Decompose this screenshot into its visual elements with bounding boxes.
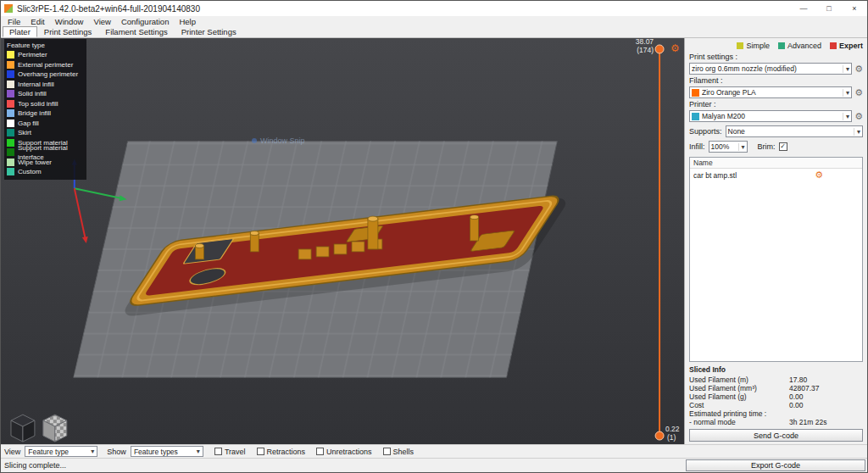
printer-gear-icon[interactable]: ⚙ — [854, 112, 863, 121]
tab-printer-settings[interactable]: Printer Settings — [175, 26, 243, 37]
app-window: Slic3rPE-1.42.0-beta2+win64-full-2019041… — [0, 0, 868, 473]
retractions-checkbox[interactable] — [257, 448, 264, 455]
sliced-info-title: Sliced Info — [689, 365, 863, 376]
view-cube-plain[interactable] — [11, 415, 35, 442]
printer-select[interactable]: Malyan M200 ▾ — [689, 110, 852, 122]
gap-fill-color-chip — [7, 120, 14, 127]
layer-slider-handle-top[interactable] — [655, 45, 664, 53]
unretractions-checkbox-group: Unretractions — [316, 448, 372, 456]
show-select[interactable]: Feature types ▾ — [131, 446, 203, 457]
window-title: Slic3rPE-1.42.0-beta2+win64-full-2019041… — [17, 4, 200, 14]
tab-print-settings[interactable]: Print Settings — [37, 26, 99, 37]
shells-checkbox[interactable] — [383, 448, 391, 455]
sliced-info-row: Used Filament (m)17.80 — [689, 376, 863, 384]
internal-infill-color-chip — [7, 81, 14, 88]
unretractions-checkbox[interactable] — [316, 448, 324, 455]
slider-gear-icon[interactable]: ⚙ — [670, 42, 680, 54]
app-logo-icon — [4, 4, 13, 13]
layer-height-bottom: 0.22 — [665, 425, 680, 433]
retractions-checkbox-group: Retractions — [257, 448, 306, 456]
estimated-time-label: Estimated printing time : — [689, 409, 863, 418]
brim-label: Brim: — [758, 142, 776, 151]
print-settings-gear-icon[interactable]: ⚙ — [854, 64, 863, 74]
title-bar: Slic3rPE-1.42.0-beta2+win64-full-2019041… — [1, 1, 867, 16]
legend-title: Feature type — [7, 41, 84, 50]
object-list-header: Name — [690, 158, 862, 169]
print-settings-select[interactable]: ziro org 0.6mm nozzle (modified) ▾ — [689, 63, 852, 75]
legend-item: Top solid infill — [7, 99, 84, 109]
menu-file[interactable]: File — [3, 17, 25, 26]
simple-mode-icon — [737, 42, 743, 49]
infill-select[interactable]: 100% ▾ — [709, 141, 748, 153]
menu-configuration[interactable]: Configuration — [116, 17, 175, 26]
legend-item: Support material interface — [7, 147, 84, 158]
supports-select[interactable]: None ▾ — [726, 125, 863, 137]
feature-type-legend: Feature type Perimeter External perimete… — [4, 39, 86, 180]
status-bar: Slicing complete... Export G-code — [1, 458, 867, 472]
brim-checkbox[interactable]: ✓ — [779, 142, 787, 151]
legend-item: Custom — [7, 167, 84, 177]
menu-window[interactable]: Window — [50, 17, 89, 26]
print-settings-label: Print settings : — [689, 53, 863, 62]
legend-item: Gap fill — [7, 119, 84, 129]
object-name: car bt amp.stl — [693, 171, 737, 180]
legend-item: Skirt — [7, 128, 84, 138]
layer-index-top: (174) — [637, 46, 654, 54]
external-perimeter-color-chip — [7, 61, 14, 69]
expert-mode-icon — [830, 42, 837, 49]
layer-height-top: 38.07 — [636, 38, 654, 46]
maximize-button[interactable]: □ — [816, 1, 842, 16]
legend-item: Solid infill — [7, 89, 84, 99]
tab-plater[interactable]: Plater — [3, 26, 37, 37]
infill-label: Infill: — [689, 142, 705, 151]
legend-item: Overhang perimeter — [7, 70, 84, 80]
settings-sidebar: Simple Advanced Expert Print settings : … — [684, 38, 867, 444]
travel-checkbox[interactable] — [214, 448, 222, 455]
sliced-info-panel: Sliced Info Used Filament (m)17.80 Used … — [689, 365, 863, 426]
chevron-down-icon: ▾ — [843, 113, 849, 120]
estimated-time-row: - normal mode3h 21m 22s — [689, 418, 863, 426]
mode-selector: Simple Advanced Expert — [689, 40, 863, 52]
sliced-info-row: Used Filament (mm³)42807.37 — [689, 384, 863, 392]
legend-item: Bridge infill — [7, 109, 84, 119]
menu-view[interactable]: View — [88, 17, 115, 26]
chevron-down-icon: ▾ — [738, 143, 745, 151]
menu-help[interactable]: Help — [174, 17, 201, 26]
mode-simple[interactable]: Simple — [737, 42, 770, 50]
filament-select[interactable]: Ziro Orange PLA ▾ — [689, 86, 852, 98]
legend-item: Perimeter — [7, 50, 84, 60]
mode-expert[interactable]: Expert — [830, 42, 863, 50]
view-cube-textured[interactable] — [43, 415, 67, 442]
sliced-info-row: Cost0.00 — [689, 401, 863, 409]
snip-dot-icon — [252, 138, 257, 143]
overhang-perimeter-color-chip — [7, 70, 14, 78]
menu-edit[interactable]: Edit — [25, 17, 49, 26]
wipe-tower-color-chip — [7, 159, 14, 166]
sliced-info-row: Used Filament (g)0.00 — [689, 392, 863, 401]
3d-viewport[interactable]: 38.07 (174) 0.22 (1) ⚙ Feature type Peri… — [1, 38, 684, 444]
object-list: Name car bt amp.stl ⚙ — [689, 157, 863, 362]
chevron-down-icon: ▾ — [854, 128, 860, 136]
close-button[interactable]: × — [842, 1, 867, 16]
view-toolbar: View Feature type ▾ Show Feature types ▾… — [1, 444, 867, 458]
printer-color-swatch — [692, 113, 699, 120]
top-solid-infill-color-chip — [7, 100, 14, 108]
skirt-color-chip — [7, 129, 14, 136]
filament-gear-icon[interactable]: ⚙ — [854, 88, 863, 97]
legend-item: External perimeter — [7, 60, 84, 70]
chevron-down-icon: ▾ — [843, 65, 849, 73]
view-label: View — [4, 448, 20, 456]
layer-slider-handle-bottom[interactable] — [655, 431, 664, 440]
3d-viewport-canvas: 38.07 (174) 0.22 (1) ⚙ — [1, 38, 684, 444]
mode-advanced[interactable]: Advanced — [778, 42, 821, 50]
minimize-button[interactable]: — — [791, 1, 816, 16]
show-label: Show — [107, 448, 126, 456]
travel-checkbox-group: Travel — [214, 448, 246, 456]
tab-filament-settings[interactable]: Filament Settings — [98, 26, 174, 37]
send-gcode-button[interactable]: Send G-code — [689, 429, 863, 442]
object-list-row[interactable]: car bt amp.stl ⚙ — [690, 169, 862, 181]
support-interface-color-chip — [7, 148, 14, 156]
object-settings-gear-icon[interactable]: ⚙ — [815, 170, 823, 180]
export-gcode-button[interactable]: Export G-code — [686, 459, 865, 471]
view-select[interactable]: Feature type ▾ — [25, 446, 97, 457]
